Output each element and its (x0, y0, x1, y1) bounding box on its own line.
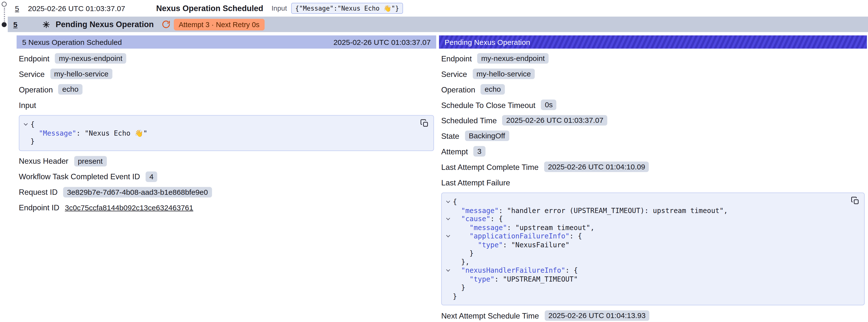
field-value-chip: echo (59, 84, 83, 95)
pending-panel-body: Endpoint my-nexus-endpoint Service my-he… (439, 49, 867, 321)
field-row-last-attempt-complete-time: Last Attempt Complete Time 2025-02-26 UT… (441, 161, 865, 172)
retry-attempt-badge: Attempt 3 · Next Retry 0s (174, 19, 265, 30)
field-label: Service (19, 69, 45, 78)
field-value-chip: 2025-02-26 UTC 01:04:13.93 (545, 311, 649, 321)
field-label: Attempt (441, 147, 468, 156)
field-row-operation: Operation echo (19, 84, 434, 95)
retry-icon (162, 20, 170, 29)
timeline-node-icon (2, 2, 7, 7)
field-row-endpoint-id: Endpoint ID 3c0c75ccfa8144b092c13ce63246… (19, 202, 434, 213)
collapse-chevron-icon[interactable] (443, 197, 453, 206)
field-value-chip: my-hello-service (50, 68, 112, 79)
input-section-label: Input (19, 100, 434, 110)
code-gutter (443, 275, 453, 283)
code-gutter (443, 249, 453, 258)
panel-title: 5 Nexus Operation Scheduled (22, 38, 122, 46)
event-timestamp: 2025-02-26 UTC 01:03:37.07 (28, 4, 125, 12)
field-label: Workflow Task Completed Event ID (19, 172, 140, 181)
field-label: Endpoint (19, 54, 49, 63)
field-row-next-attempt-schedule-time: Next Attempt Schedule Time 2025-02-26 UT… (441, 311, 865, 321)
pending-panel-header: Pending Nexus Operation (439, 35, 867, 49)
code-gutter (21, 129, 30, 137)
copy-icon[interactable] (420, 119, 429, 128)
state-badge: BackingOff (465, 130, 509, 141)
field-row-workflow-task-completed-event-id: Workflow Task Completed Event ID 4 (19, 171, 434, 182)
code-gutter (443, 223, 453, 232)
field-label: Scheduled Time (441, 116, 497, 125)
event-id-link[interactable]: 5 (15, 4, 19, 12)
input-json-block: { "Message": "Nexus Echo 👋"} (19, 115, 434, 151)
field-value-chip: 0s (541, 100, 556, 110)
event-id-link[interactable]: 5 (13, 20, 18, 29)
pending-operation-panel: Pending Nexus Operation Endpoint my-nexu… (439, 35, 867, 321)
code-gutter (443, 206, 453, 215)
field-row-attempt: Attempt 3 (441, 146, 865, 157)
field-label: Endpoint (441, 54, 472, 63)
code-gutter (443, 257, 453, 266)
field-label: Nexus Header (19, 157, 68, 165)
field-row-request-id: Request ID 3e829b7e-7d67-4b08-aad3-b1e86… (19, 187, 434, 197)
copy-icon[interactable] (851, 196, 860, 205)
field-value-chip: 2025-02-26 UTC 01:03:37.07 (502, 115, 607, 126)
field-value-chip: 3e829b7e-7d67-4b08-aad3-b1e868bfe9e0 (63, 187, 212, 197)
timeline-connector-line (4, 8, 5, 22)
temporal-event-history-view: 5 2025-02-26 UTC 01:03:37.07 Nexus Opera… (0, 0, 868, 322)
field-label: Next Attempt Schedule Time (441, 311, 539, 320)
collapse-chevron-icon[interactable] (21, 120, 30, 129)
timeline-node-filled-icon (2, 22, 7, 27)
field-row-schedule-to-close-timeout: Schedule To Close Timeout 0s (441, 100, 865, 110)
input-preview-chip[interactable]: {"Message":"Nexus Echo 👋"} (291, 3, 403, 14)
field-row-service: Service my-hello-service (19, 68, 434, 79)
panel-title: Pending Nexus Operation (444, 38, 530, 46)
field-value-chip: my-nexus-endpoint (477, 53, 549, 64)
field-label: Schedule To Close Timeout (441, 100, 535, 109)
field-label: Endpoint ID (19, 203, 59, 212)
field-label: Request ID (19, 188, 58, 196)
field-label: Service (441, 69, 467, 78)
field-value-chip: present (74, 156, 106, 166)
field-label: Operation (441, 85, 475, 94)
field-row-service: Service my-hello-service (441, 68, 865, 79)
code-gutter (21, 137, 30, 146)
event-row-pending[interactable]: 5 Pending Nexus Operation Attempt 3 · Ne… (8, 17, 868, 32)
collapse-chevron-icon[interactable] (443, 215, 453, 223)
field-label: Operation (19, 85, 53, 94)
field-value-chip: my-hello-service (472, 68, 535, 79)
field-value-chip: 3 (473, 146, 485, 157)
field-label: State (441, 131, 459, 140)
failure-json-block: { "message": "handler error (UPSTREAM_TI… (441, 193, 865, 305)
field-value-chip: 4 (146, 171, 157, 182)
collapse-chevron-icon[interactable] (443, 232, 453, 240)
code-gutter (443, 292, 453, 300)
field-value-chip: 2025-02-26 UTC 01:04:10.09 (544, 161, 649, 172)
field-value-chip: echo (481, 84, 505, 95)
code-gutter (443, 283, 453, 292)
field-value-chip: my-nexus-endpoint (55, 53, 126, 64)
collapse-chevron-icon[interactable] (443, 266, 453, 275)
pending-asterisk-icon (42, 20, 50, 29)
event-title: Nexus Operation Scheduled (156, 4, 263, 13)
event-row-scheduled[interactable]: 5 2025-02-26 UTC 01:03:37.07 Nexus Opera… (0, 0, 868, 17)
scheduled-panel-header: 5 Nexus Operation Scheduled 2025-02-26 U… (17, 35, 436, 49)
field-row-nexus-header: Nexus Header present (19, 156, 434, 166)
field-row-endpoint: Endpoint my-nexus-endpoint (19, 53, 434, 64)
field-row-scheduled-time: Scheduled Time 2025-02-26 UTC 01:03:37.0… (441, 115, 865, 126)
endpoint-id-link[interactable]: 3c0c75ccfa8144b092c13ce632463761 (65, 203, 193, 212)
scheduled-panel-body: Endpoint my-nexus-endpoint Service my-he… (17, 49, 436, 213)
field-row-endpoint: Endpoint my-nexus-endpoint (441, 53, 865, 64)
event-title: Pending Nexus Operation (56, 20, 154, 29)
code-gutter (443, 240, 453, 249)
field-label: Last Attempt Complete Time (441, 162, 538, 171)
field-row-state: State BackingOff (441, 130, 865, 141)
scheduled-event-panel: 5 Nexus Operation Scheduled 2025-02-26 U… (17, 35, 436, 213)
input-label: Input (272, 4, 287, 12)
panel-timestamp: 2025-02-26 UTC 01:03:37.07 (334, 38, 431, 46)
last-attempt-failure-label: Last Attempt Failure (441, 177, 865, 188)
field-row-operation: Operation echo (441, 84, 865, 95)
